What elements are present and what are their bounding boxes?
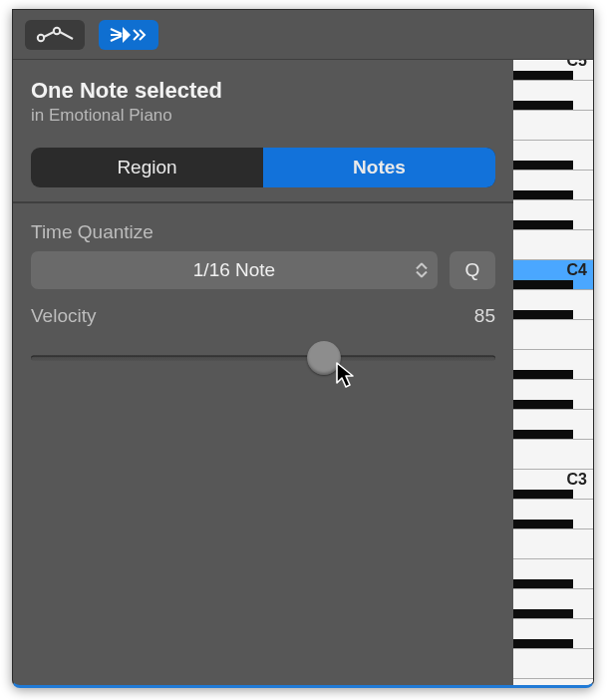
midi-converge-tool-button[interactable] [99,20,158,50]
velocity-label: Velocity [31,305,96,327]
velocity-value: 85 [474,305,495,327]
piano-white-key[interactable] [513,678,593,685]
content-area: One Note selected in Emotional Piano Reg… [13,60,593,685]
piano-white-key[interactable] [513,648,593,678]
svg-line-3 [60,32,73,39]
automation-curve-icon [35,26,75,44]
piano-white-key[interactable] [513,319,593,349]
velocity-row: Velocity 85 [31,305,495,327]
converge-icon [109,24,149,46]
piano-ruler[interactable]: C5C4C3 [513,60,593,685]
piano-white-key[interactable] [513,439,593,469]
automation-tool-button[interactable] [25,20,85,50]
inspector-panel: One Note selected in Emotional Piano Reg… [13,60,513,685]
segment-notes[interactable]: Notes [263,148,495,187]
time-quantize-dropdown[interactable]: 1/16 Note [31,251,438,289]
svg-line-5 [111,29,122,34]
time-quantize-row: 1/16 Note Q [31,251,495,289]
toolbar [13,10,593,60]
svg-line-1 [44,32,54,37]
inspector-window: One Note selected in Emotional Piano Reg… [12,9,594,688]
velocity-slider-thumb[interactable] [307,341,341,375]
piano-white-key[interactable] [513,229,593,259]
velocity-slider[interactable] [31,341,495,375]
svg-point-2 [54,27,60,33]
piano-white-key[interactable] [513,528,593,558]
panel-divider [13,201,513,203]
piano-white-key[interactable] [513,110,593,140]
region-notes-segmented: Region Notes [31,148,495,187]
octave-label: C3 [567,471,587,489]
selection-title: One Note selected [31,78,495,104]
octave-label: C5 [567,60,587,70]
svg-marker-4 [123,27,131,43]
stepper-icon [416,263,428,278]
velocity-slider-track [31,356,495,361]
svg-line-7 [111,36,122,41]
octave-label: C4 [567,261,587,279]
quantize-button[interactable]: Q [450,251,495,289]
time-quantize-label: Time Quantize [31,221,495,243]
svg-point-0 [38,34,44,40]
selection-subtitle: in Emotional Piano [31,106,495,126]
segment-region[interactable]: Region [31,148,263,187]
time-quantize-value: 1/16 Note [193,259,275,281]
